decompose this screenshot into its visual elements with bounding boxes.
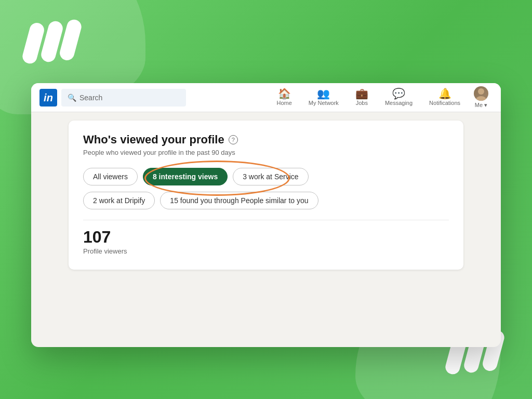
card-title-row: Who's viewed your profile ? bbox=[83, 133, 449, 147]
card-title: Who's viewed your profile bbox=[83, 133, 224, 147]
avatar-image bbox=[474, 86, 488, 101]
browser-window: in 🔍 Search 🏠 Home 👥 My Network 💼 Jobs 💬… bbox=[31, 83, 501, 347]
filter-row-1: All viewers 8 interesting views 3 work a… bbox=[83, 168, 449, 185]
notifications-label: Notifications bbox=[429, 100, 460, 106]
decorative-slashes-topleft bbox=[24, 19, 80, 64]
notifications-icon: 🔔 bbox=[438, 88, 451, 99]
help-icon[interactable]: ? bbox=[229, 135, 238, 144]
filter-work-service[interactable]: 3 work at Service bbox=[233, 168, 308, 185]
filter-found-similar[interactable]: 15 found you through People similar to y… bbox=[160, 192, 318, 209]
filter-work-dripify[interactable]: 2 work at Dripify bbox=[83, 192, 155, 209]
filter-all-viewers[interactable]: All viewers bbox=[83, 168, 138, 185]
network-icon: 👥 bbox=[317, 88, 330, 99]
nav-item-network[interactable]: 👥 My Network bbox=[301, 83, 346, 112]
home-icon: 🏠 bbox=[278, 88, 291, 99]
jobs-icon: 💼 bbox=[355, 88, 368, 99]
jobs-label: Jobs bbox=[356, 100, 368, 106]
stats-section: 107 Profile viewers bbox=[83, 220, 449, 255]
messaging-icon: 💬 bbox=[392, 88, 405, 99]
home-label: Home bbox=[276, 100, 291, 106]
profile-viewers-label: Profile viewers bbox=[83, 247, 449, 255]
avatar bbox=[474, 86, 488, 101]
nav-item-notifications[interactable]: 🔔 Notifications bbox=[422, 83, 468, 112]
filter-interesting-views[interactable]: 8 interesting views bbox=[143, 168, 228, 185]
nav-item-jobs[interactable]: 💼 Jobs bbox=[348, 83, 376, 112]
content-area: Who's viewed your profile ? People who v… bbox=[31, 112, 501, 278]
me-label: Me ▾ bbox=[475, 102, 487, 109]
card-subtitle: People who viewed your profile in the pa… bbox=[83, 149, 449, 156]
filter-row-2: 2 work at Dripify 15 found you through P… bbox=[83, 192, 449, 209]
nav-item-messaging[interactable]: 💬 Messaging bbox=[378, 83, 420, 112]
linkedin-navbar: in 🔍 Search 🏠 Home 👥 My Network 💼 Jobs 💬… bbox=[31, 83, 501, 112]
messaging-label: Messaging bbox=[385, 100, 413, 106]
linkedin-logo[interactable]: in bbox=[39, 89, 57, 107]
svg-point-1 bbox=[476, 96, 486, 101]
profile-viewers-card: Who's viewed your profile ? People who v… bbox=[69, 121, 463, 270]
search-placeholder-text: Search bbox=[79, 94, 102, 102]
nav-items-group: 🏠 Home 👥 My Network 💼 Jobs 💬 Messaging 🔔… bbox=[269, 83, 493, 112]
nav-item-home[interactable]: 🏠 Home bbox=[269, 83, 299, 112]
svg-point-0 bbox=[478, 88, 484, 95]
search-bar[interactable]: 🔍 Search bbox=[61, 89, 186, 107]
profile-viewers-count: 107 bbox=[83, 229, 449, 245]
network-label: My Network bbox=[309, 100, 339, 106]
search-icon: 🔍 bbox=[68, 94, 76, 102]
nav-item-me[interactable]: Me ▾ bbox=[470, 83, 493, 112]
